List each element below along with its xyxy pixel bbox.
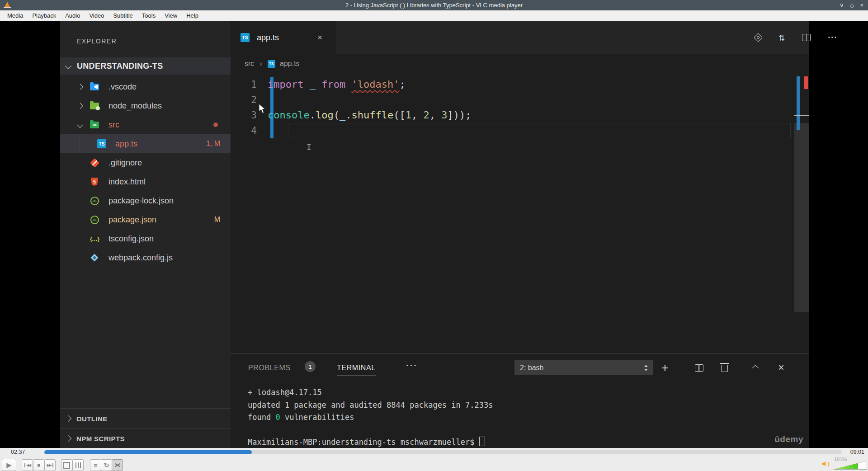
window-minimize-button[interactable]: ∨: [840, 2, 844, 9]
file-row-index-html[interactable]: 5index.html: [60, 172, 231, 191]
file-name: package.json: [108, 215, 156, 225]
html-file-icon: 5: [89, 176, 100, 187]
file-row-webpack-config-js[interactable]: webpack.config.js: [60, 248, 231, 267]
file-name: package-lock.json: [108, 196, 174, 206]
new-terminal-button[interactable]: +: [658, 360, 672, 375]
sidebar-section-npm-scripts[interactable]: NPM SCRIPTS: [60, 428, 231, 448]
vscode-window: EXPLORER UNDERSTANDING-TS .vscodenode_mo…: [60, 21, 809, 448]
loop-button[interactable]: ↻: [101, 459, 112, 471]
shuffle-button[interactable]: [112, 459, 123, 471]
split-editor-icon[interactable]: [802, 34, 811, 41]
typescript-file-icon: TS: [268, 60, 275, 68]
video-area[interactable]: EXPLORER UNDERSTANDING-TS .vscodenode_mo…: [0, 21, 868, 448]
code-token: (: [334, 109, 340, 121]
seekbar[interactable]: [44, 450, 842, 454]
next-button[interactable]: ▶▶: [44, 459, 56, 471]
open-changes-icon[interactable]: [754, 33, 763, 42]
menu-tools[interactable]: Tools: [138, 11, 159, 20]
menu-help[interactable]: Help: [183, 11, 202, 20]
tab-terminal[interactable]: TERMINAL: [337, 364, 376, 376]
code-token: ]));: [447, 109, 471, 121]
editor-tabbar: TS app.ts × ⇄ ···: [231, 21, 809, 54]
file-row-app-ts[interactable]: TSapp.ts1, M: [60, 134, 231, 153]
tab-problems[interactable]: PROBLEMS: [248, 364, 291, 372]
editor-area: TS app.ts × ⇄ ··· src › TS app.ts 1imp: [231, 21, 809, 353]
window-close-button[interactable]: ×: [860, 2, 863, 9]
volume-percent: 101%: [834, 457, 847, 462]
volume-fill: [833, 461, 867, 469]
menu-video[interactable]: Video: [85, 11, 108, 20]
code-token: ,: [429, 109, 442, 121]
previous-button[interactable]: ◀◀: [22, 459, 33, 471]
tab-label: app.ts: [257, 33, 279, 42]
fullscreen-button[interactable]: [61, 459, 72, 471]
file-row--gitignore[interactable]: .gitignore: [60, 153, 231, 172]
split-terminal-button[interactable]: [692, 360, 706, 375]
file-tree: .vscodenode_modulessrcTSapp.ts1, M.gitig…: [60, 77, 231, 267]
close-icon: ×: [778, 362, 784, 374]
project-header[interactable]: UNDERSTANDING-TS: [60, 57, 231, 75]
editor-scrollbar-thumb[interactable]: [794, 123, 809, 312]
menu-playback[interactable]: Playback: [28, 11, 60, 20]
problems-count-badge: 1: [305, 361, 316, 372]
file-name: src: [108, 120, 119, 130]
code-editor[interactable]: 1import _ from 'lodash';23console.log(_.…: [231, 77, 809, 138]
tab-close-icon[interactable]: ×: [317, 33, 322, 42]
speaker-icon[interactable]: ): [822, 461, 830, 466]
file-row--vscode[interactable]: .vscode: [60, 77, 231, 96]
file-row-src[interactable]: src: [60, 115, 231, 134]
bottom-panel: PROBLEMS 1 TERMINAL ··· 2: bash + × + lo…: [231, 353, 809, 448]
explorer-sidebar: EXPLORER UNDERSTANDING-TS .vscodenode_mo…: [60, 21, 231, 448]
panel-more-icon[interactable]: ···: [406, 360, 418, 371]
code-token: _: [310, 79, 316, 90]
code-text: console.log(_.shuffle([1, 2, 3]));: [268, 108, 471, 123]
menu-subtitle[interactable]: Subtitle: [109, 11, 136, 20]
terminal-line: found 0 vulnerabilities: [248, 411, 493, 424]
vlc-controls: ▶ ◀◀ ■ ▶▶ ≡ ↻ 101% ): [0, 457, 868, 471]
window-maximize-button[interactable]: ◇: [849, 2, 854, 9]
chevron-down-icon: [77, 122, 83, 128]
plus-icon: +: [661, 363, 669, 372]
code-token: ([: [393, 109, 406, 121]
menu-media[interactable]: Media: [4, 11, 27, 20]
play-icon: ▶: [6, 461, 12, 469]
file-row-tsconfig-json[interactable]: {…}tsconfig.json: [60, 229, 231, 248]
stop-button[interactable]: ■: [33, 459, 44, 471]
terminal-line: [248, 424, 493, 437]
git-compare-icon[interactable]: ⇄: [777, 34, 787, 41]
breadcrumb-file[interactable]: app.ts: [280, 60, 300, 68]
play-button[interactable]: ▶: [2, 459, 16, 471]
shuffle-icon: [114, 462, 121, 468]
volume-slider[interactable]: [833, 461, 867, 470]
chevron-right-icon: [77, 84, 83, 90]
code-line-4: 4: [231, 123, 809, 138]
typescript-file-icon: TS: [241, 33, 250, 42]
next-icon: ▶▶: [47, 463, 53, 467]
kill-terminal-button[interactable]: [717, 360, 731, 375]
code-token: .: [345, 109, 351, 121]
split-icon: [695, 364, 703, 372]
git-status-badge: 1, M: [206, 140, 220, 148]
git-status-badge: M: [214, 216, 220, 224]
sidebar-section-outline[interactable]: OUTLINE: [60, 408, 231, 429]
code-token: .: [310, 109, 316, 121]
file-row-package-json[interactable]: JSpackage.jsonM: [60, 210, 231, 229]
explorer-title: EXPLORER: [77, 38, 117, 45]
terminal-output[interactable]: + lodash@4.17.15updated 1 package and au…: [248, 386, 493, 448]
playlist-button[interactable]: ≡: [90, 459, 101, 471]
shell-selector[interactable]: 2: bash: [514, 360, 653, 375]
file-row-node-modules[interactable]: node_modules: [60, 96, 231, 115]
breadcrumb-folder[interactable]: src: [245, 60, 254, 68]
tab-app-ts[interactable]: TS app.ts ×: [231, 21, 336, 54]
file-name: .vscode: [108, 82, 137, 92]
more-actions-icon[interactable]: ···: [828, 35, 837, 40]
maximize-panel-button[interactable]: [749, 360, 762, 375]
close-panel-button[interactable]: ×: [774, 360, 788, 375]
menu-view[interactable]: View: [161, 11, 181, 20]
file-name: node_modules: [108, 101, 162, 111]
breadcrumb: src › TS app.ts: [231, 54, 809, 74]
code-token: import: [268, 79, 303, 90]
file-row-package-lock-json[interactable]: JSpackage-lock.json: [60, 191, 231, 210]
menu-audio[interactable]: Audio: [61, 11, 84, 20]
extended-settings-button[interactable]: [72, 459, 84, 471]
